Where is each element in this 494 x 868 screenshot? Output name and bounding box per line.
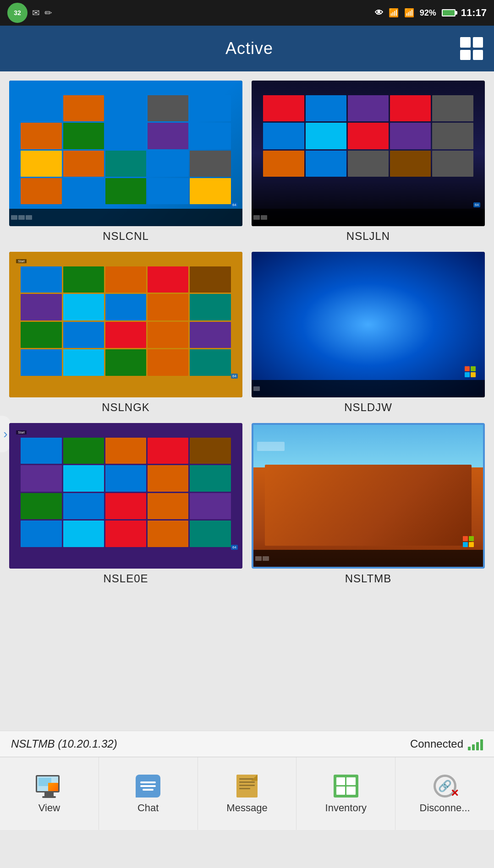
- windows-logo: [463, 536, 474, 547]
- tiles-overlay: [21, 95, 231, 205]
- page-title: Active: [38, 39, 460, 58]
- connection-name: NSLTMB (10.20.1.32): [11, 738, 117, 750]
- bit-badge: 64: [473, 202, 480, 207]
- inv-cell: [346, 777, 356, 786]
- signal-bar-2: [472, 744, 475, 750]
- nav-disconnect[interactable]: 🔗 ✕ Disconne...: [395, 757, 494, 830]
- taskbar: [253, 550, 483, 567]
- bit-badge: 64: [231, 545, 238, 550]
- view-label: View: [38, 802, 60, 814]
- wifi-icon: 📶: [389, 8, 399, 18]
- desktop-item[interactable]: Start: [9, 423, 242, 585]
- windows-logo: [465, 366, 476, 377]
- x-mark: ✕: [450, 787, 459, 799]
- grid-cell: [473, 50, 483, 60]
- status-right: 👁 📶 📶 92% 11:17: [375, 7, 487, 19]
- battery-level: 92%: [420, 8, 436, 18]
- desktop-item[interactable]: 64 NSLCNL: [9, 81, 242, 243]
- time-display: 11:17: [461, 7, 487, 19]
- signal-bars: [468, 738, 483, 750]
- chat-nav-icon: [134, 774, 162, 798]
- text-line: [239, 788, 250, 789]
- signal-icon: 📶: [404, 8, 414, 18]
- desktop-name: NSLDJW: [344, 401, 392, 414]
- tiles-overlay: [21, 438, 231, 547]
- desktop-item[interactable]: Start: [9, 252, 242, 414]
- chat-label: Chat: [137, 802, 159, 814]
- edit-icon: ✏: [44, 7, 52, 18]
- nav-inventory[interactable]: Inventory: [296, 757, 395, 830]
- chat-line: [140, 785, 156, 787]
- nav-chat[interactable]: Chat: [99, 757, 198, 830]
- grid-view-button[interactable]: [460, 37, 483, 60]
- message-label: Message: [226, 802, 267, 814]
- screen-preview: [253, 425, 483, 567]
- monitor-image: [48, 783, 58, 791]
- inv-cell: [336, 787, 346, 795]
- screen-preview: Start: [9, 252, 242, 397]
- signal-bar-3: [476, 742, 479, 750]
- grid-cell: [460, 37, 471, 48]
- grid-cell: [460, 50, 471, 60]
- screen-preview: [252, 252, 485, 397]
- desktop-name: NSLTMB: [345, 572, 392, 585]
- main-content: ›: [0, 71, 494, 731]
- desktop-thumbnail-nsltmb[interactable]: [252, 423, 485, 569]
- monitor-base: [42, 796, 56, 798]
- screen-preview: 64: [252, 81, 485, 226]
- disconnect-nav-icon: 🔗 ✕: [431, 774, 459, 798]
- tiles-overlay: [21, 266, 231, 376]
- desktop-item[interactable]: 64 NSLJLN: [252, 81, 485, 243]
- monitor-icon: [36, 775, 62, 797]
- battery-icon: [442, 9, 456, 16]
- desktop-item[interactable]: NSLDJW: [252, 252, 485, 414]
- desktop-thumbnail-nsljln[interactable]: 64: [252, 81, 485, 226]
- status-bar: 32 ✉ ✏ 👁 📶 📶 92% 11:17: [0, 0, 494, 26]
- grid-cell: [473, 37, 483, 48]
- inv-cell: [336, 777, 346, 786]
- signal-bar-1: [468, 747, 471, 750]
- desktop-thumbnail-nsle0e[interactable]: Start: [9, 423, 242, 569]
- desktop-name: NSLJLN: [346, 230, 390, 243]
- desktop-name: NSLCNL: [103, 230, 149, 243]
- inventory-label: Inventory: [325, 802, 367, 814]
- document-icon: [235, 774, 259, 798]
- desktop-thumbnail-nslcnl[interactable]: 64: [9, 81, 242, 226]
- header: Active: [0, 26, 494, 71]
- email-icon: ✉: [32, 7, 40, 18]
- bit-badge: 64: [231, 374, 238, 379]
- view-nav-icon: [35, 774, 63, 798]
- connected-label: Connected: [410, 738, 463, 750]
- desktop-grid: 64 NSLCNL: [9, 81, 485, 585]
- message-nav-icon: [233, 774, 261, 798]
- nav-view[interactable]: View: [0, 757, 99, 830]
- desktop-item-selected[interactable]: NSLTMB: [252, 423, 485, 585]
- status-strip: NSLTMB (10.20.1.32) Connected: [0, 731, 494, 757]
- text-line: [239, 785, 255, 786]
- eye-icon: 👁: [375, 8, 383, 18]
- tiles-overlay: [263, 95, 473, 205]
- notification-badge: 32: [7, 3, 27, 23]
- chat-line: [143, 789, 154, 791]
- taskbar: [9, 209, 242, 226]
- bit-badge: 64: [231, 202, 238, 207]
- status-left: 32 ✉ ✏: [7, 3, 52, 23]
- desktop-thumbnail-nslngk[interactable]: Start: [9, 252, 242, 397]
- nav-message[interactable]: Message: [198, 757, 297, 830]
- taskbar: [252, 209, 485, 226]
- chain-icon: 🔗 ✕: [432, 774, 458, 798]
- connection-status: Connected: [410, 738, 483, 750]
- desktop-name: NSLE0E: [103, 572, 148, 585]
- signal-bar-4: [480, 739, 483, 750]
- taskbar: [252, 380, 485, 397]
- screen-preview: 64: [9, 81, 242, 226]
- chat-bubble-icon: [136, 775, 160, 797]
- inventory-nav-icon: [332, 774, 360, 798]
- grid-inventory-icon: [334, 775, 358, 797]
- text-line: [239, 778, 255, 780]
- start-button: Start: [16, 259, 27, 263]
- desktop-thumbnail-nsldjw[interactable]: [252, 252, 485, 397]
- bottom-nav: View Chat Message: [0, 757, 494, 830]
- paper-fold: [251, 775, 258, 781]
- disconnect-label: Disconne...: [420, 802, 470, 814]
